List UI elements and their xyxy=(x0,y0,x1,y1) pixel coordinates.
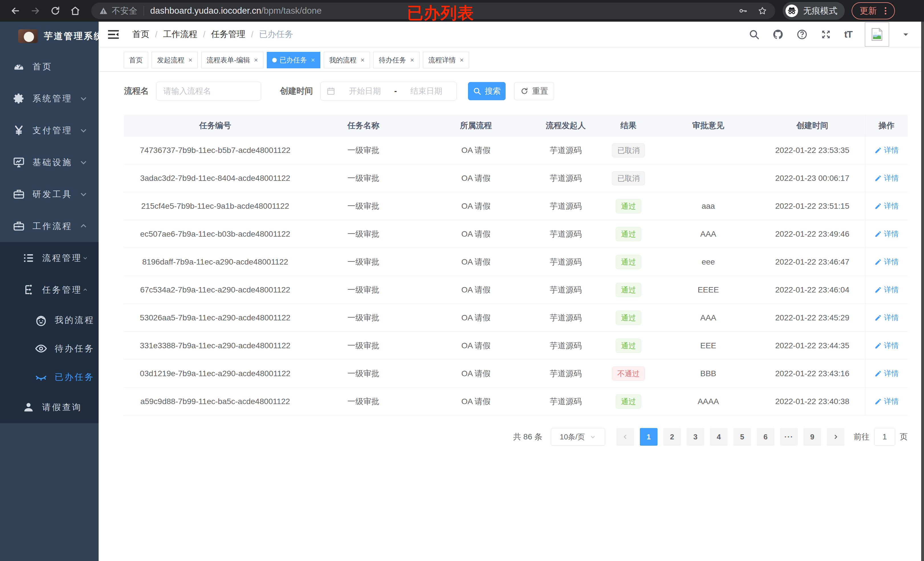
breadcrumb-separator: / xyxy=(155,30,158,39)
status-badge: 通过 xyxy=(616,394,641,408)
tab-close-icon[interactable]: × xyxy=(254,57,258,63)
toolbox-icon xyxy=(12,188,25,200)
detail-link[interactable]: 详情 xyxy=(874,368,899,378)
tabs-bar: 首页发起流程×流程表单-编辑×已办任务×我的流程×待办任务×流程详情× xyxy=(99,47,921,72)
detail-link[interactable]: 详情 xyxy=(874,257,899,267)
page-button-2[interactable]: 2 xyxy=(663,428,681,446)
opinion-cell: EEEE xyxy=(657,285,759,295)
flow-cell: OA 请假 xyxy=(420,145,531,156)
reset-button[interactable]: 重置 xyxy=(514,82,554,100)
help-icon[interactable] xyxy=(796,29,808,40)
sidebar-collapse-icon[interactable] xyxy=(107,28,120,41)
pencil-icon xyxy=(874,230,882,238)
address-bar[interactable]: 不安全 dashboard.yudao.iocoder.cn /bpm/task… xyxy=(91,3,775,19)
browser-home-button[interactable] xyxy=(67,3,83,19)
opinion-cell: AAAA xyxy=(657,397,759,406)
chevron-right-icon xyxy=(832,433,839,441)
detail-link[interactable]: 详情 xyxy=(874,341,899,350)
browser-forward-button[interactable] xyxy=(27,3,44,19)
tab-首页[interactable]: 首页 xyxy=(124,52,148,68)
search-icon[interactable] xyxy=(748,29,760,40)
task-id-cell: 8196daff-7b9a-11ec-a290-acde48001122 xyxy=(124,257,306,266)
sidebar-item-process-mgmt[interactable]: 流程管理 xyxy=(0,242,99,274)
detail-link[interactable]: 详情 xyxy=(874,145,899,155)
column-header-操作: 操作 xyxy=(865,115,908,136)
app-logo-row[interactable]: 芋道管理系统 xyxy=(0,22,99,51)
avatar[interactable] xyxy=(865,22,889,47)
key-icon[interactable] xyxy=(738,6,748,16)
prev-page-button[interactable] xyxy=(616,428,634,446)
page-button-5[interactable]: 5 xyxy=(734,428,751,446)
sidebar-item-leave-query[interactable]: 请假查询 xyxy=(0,391,99,423)
tab-待办任务[interactable]: 待办任务× xyxy=(374,52,420,68)
search-button[interactable]: 搜索 xyxy=(468,82,506,100)
page-button-3[interactable]: 3 xyxy=(687,428,704,446)
tab-我的流程[interactable]: 我的流程× xyxy=(324,52,370,68)
page-button-6[interactable]: 6 xyxy=(757,428,774,446)
yen-icon xyxy=(12,124,25,137)
page-size-select[interactable]: 10条/页 xyxy=(551,428,605,446)
caret-down-icon[interactable] xyxy=(902,30,910,39)
detail-link-label: 详情 xyxy=(884,285,899,295)
opinion-cell: BBB xyxy=(657,369,759,378)
goto-page-input[interactable] xyxy=(874,428,895,446)
browser-reload-button[interactable] xyxy=(47,3,63,19)
detail-link[interactable]: 详情 xyxy=(874,285,899,295)
fullscreen-icon[interactable] xyxy=(820,29,832,40)
page-button-4[interactable]: 4 xyxy=(710,428,728,446)
sidebar-item-home[interactable]: 首页 xyxy=(0,51,99,82)
tab-流程详情[interactable]: 流程详情× xyxy=(423,52,469,68)
github-icon[interactable] xyxy=(772,29,784,40)
detail-link-label: 详情 xyxy=(884,201,899,211)
tab-close-icon[interactable]: × xyxy=(460,57,464,63)
next-page-button[interactable] xyxy=(827,428,844,446)
bookmark-star-icon[interactable] xyxy=(758,6,767,16)
reset-button-label: 重置 xyxy=(532,86,548,97)
detail-link[interactable]: 详情 xyxy=(874,173,899,183)
tab-发起流程[interactable]: 发起流程× xyxy=(152,52,198,68)
breadcrumb-item[interactable]: 任务管理 xyxy=(211,28,245,40)
starter-cell: 芋道源码 xyxy=(531,257,600,268)
detail-link[interactable]: 详情 xyxy=(874,313,899,323)
detail-link[interactable]: 详情 xyxy=(874,396,899,406)
browser-back-button[interactable] xyxy=(8,3,23,19)
sidebar-item-workflow[interactable]: 工作流程 xyxy=(0,210,99,242)
task-name-cell: 一级审批 xyxy=(306,229,420,239)
gear-icon xyxy=(12,92,25,105)
tab-close-icon[interactable]: × xyxy=(188,57,192,63)
chevron-down-icon xyxy=(79,157,88,167)
tab-流程表单-编辑[interactable]: 流程表单-编辑× xyxy=(201,52,263,68)
sidebar-item-done-tasks[interactable]: 已办任务 xyxy=(0,363,99,391)
sidebar-item-system[interactable]: 系统管理 xyxy=(0,82,99,114)
sidebar-item-my-process[interactable]: 我的流程 xyxy=(0,306,99,334)
opinion-cell: aaa xyxy=(657,202,759,211)
tab-label: 已办任务 xyxy=(280,55,307,64)
breadcrumb-item[interactable]: 工作流程 xyxy=(163,28,197,40)
breadcrumb-item[interactable]: 首页 xyxy=(132,28,149,40)
tab-close-icon[interactable]: × xyxy=(311,57,315,63)
task-id-cell: 331e3388-7b9a-11ec-a290-acde48001122 xyxy=(124,341,306,350)
textsize-icon[interactable]: tT xyxy=(844,29,852,40)
tab-close-icon[interactable]: × xyxy=(410,57,414,63)
sidebar: 芋道管理系统 首页系统管理支付管理基础设施研发工具工作流程流程管理任务管理我的流… xyxy=(0,22,99,561)
page-ellipsis[interactable]: ··· xyxy=(780,428,798,446)
sidebar-item-todo-tasks[interactable]: 待办任务 xyxy=(0,334,99,363)
tab-label: 首页 xyxy=(129,55,143,64)
process-name-input[interactable] xyxy=(156,82,261,100)
sidebar-item-infrastructure[interactable]: 基础设施 xyxy=(0,147,99,178)
browser-update-button[interactable]: 更新 xyxy=(852,2,895,19)
forward-arrow-icon xyxy=(30,5,41,16)
sidebar-item-task-mgmt[interactable]: 任务管理 xyxy=(0,274,99,306)
tab-已办任务[interactable]: 已办任务× xyxy=(267,52,320,68)
tab-close-icon[interactable]: × xyxy=(360,57,364,63)
kebab-menu-icon[interactable] xyxy=(880,6,890,16)
detail-link[interactable]: 详情 xyxy=(874,201,899,211)
column-header-结果: 结果 xyxy=(600,120,657,131)
page-button-9[interactable]: 9 xyxy=(804,428,821,446)
page-button-1[interactable]: 1 xyxy=(640,428,657,446)
date-range-picker[interactable]: 开始日期 - 结束日期 xyxy=(320,82,457,100)
active-tab-dot xyxy=(272,58,277,62)
sidebar-item-dev-tools[interactable]: 研发工具 xyxy=(0,178,99,210)
detail-link[interactable]: 详情 xyxy=(874,229,899,239)
sidebar-item-payment[interactable]: 支付管理 xyxy=(0,114,99,147)
